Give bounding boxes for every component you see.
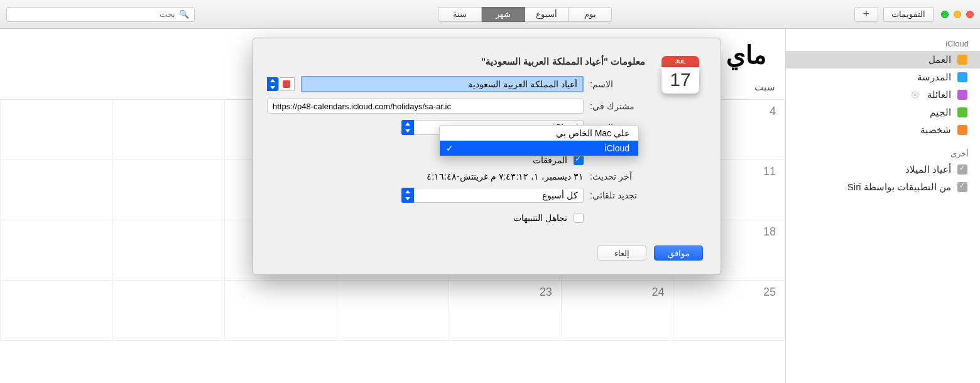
color-picker[interactable] [278, 77, 295, 91]
calendar-color-icon[interactable] [957, 90, 967, 100]
day-cell[interactable] [112, 220, 225, 281]
sidebar-item-gym[interactable]: الجيم [786, 104, 980, 121]
day-cell[interactable] [0, 220, 112, 281]
select-arrows-icon [401, 188, 414, 203]
view-month[interactable]: شهر [481, 7, 525, 22]
sidebar-item-label: المدرسة [917, 72, 951, 83]
calendars-button[interactable]: التقويمات [883, 7, 934, 22]
calendar-color-icon[interactable] [957, 125, 967, 135]
shared-icon: ⦾ [912, 90, 921, 100]
calendar-checkbox[interactable] [957, 165, 967, 175]
autorefresh-label: تجديد تلقائي: [590, 190, 645, 200]
sidebar-item-label: شخصية [920, 124, 951, 136]
close-window[interactable] [966, 11, 974, 18]
search-field[interactable]: 🔍 [6, 7, 195, 22]
color-stepper[interactable] [267, 77, 278, 91]
view-year[interactable]: سنة [438, 7, 482, 22]
sidebar-item-label: من التطبيقات بواسطة Siri [847, 181, 951, 193]
ignore-alerts-label: تجاهل التنبيهات [513, 213, 567, 223]
sidebar-item-siri[interactable]: من التطبيقات بواسطة Siri [786, 178, 980, 196]
calendar-app-icon: JUL 17 [658, 52, 703, 97]
color-swatch-icon [283, 80, 290, 88]
calendar-color-icon[interactable] [957, 55, 967, 65]
sidebar-item-family[interactable]: العائلة⦾ [786, 86, 980, 104]
day-cell[interactable]: 24 [561, 281, 673, 341]
sidebar: iCloud العمل المدرسة العائلة⦾ الجيم شخصي… [785, 29, 980, 383]
search-icon: 🔍 [179, 9, 189, 19]
name-label: الاسم: [590, 79, 645, 89]
remove-attachments-checkbox[interactable] [574, 155, 584, 165]
calendar-info-popover: JUL 17 معلومات "أعياد المملكة العربية ال… [253, 38, 721, 275]
sidebar-item-label: العمل [928, 54, 951, 65]
day-cell[interactable] [112, 100, 225, 160]
day-cell[interactable] [0, 100, 112, 160]
autorefresh-value: كل أسبوع [542, 190, 578, 200]
calendar-color-icon[interactable] [957, 72, 967, 82]
remove-attachments-label: المرفقات [533, 155, 567, 165]
lastupdated-value: ٣١ ديسمبر، ١، ٧:٤٣:١٢ م غرينتش-٤:١٦:٤٨ [427, 171, 584, 181]
sidebar-item-birthdays[interactable]: أعياد الميلاد [786, 161, 980, 178]
ok-button[interactable]: موافق [654, 245, 703, 261]
window-controls [941, 11, 974, 18]
toolbar: التقويمات + يوم أسبوع شهر سنة 🔍 [0, 0, 980, 29]
sidebar-item-label: أعياد الميلاد [905, 164, 951, 175]
subscribed-url-input[interactable] [267, 99, 584, 114]
subscribed-label: مشترك في: [590, 101, 645, 111]
day-cell[interactable] [224, 281, 337, 341]
calendar-icon-day: 17 [662, 67, 699, 94]
minimize-window[interactable] [954, 11, 961, 18]
location-option-mac[interactable]: على Mac الخاص بي [440, 126, 638, 141]
sidebar-item-label: الجيم [930, 107, 951, 118]
day-cell[interactable] [337, 281, 449, 341]
select-arrows-icon [401, 120, 414, 135]
view-segmented: يوم أسبوع شهر سنة [438, 7, 611, 22]
location-option-icloud[interactable]: iCloud [440, 141, 638, 156]
sidebar-item-label: العائلة [927, 89, 951, 100]
cancel-button[interactable]: إلغاء [597, 245, 646, 261]
calendar-checkbox[interactable] [957, 182, 967, 192]
day-cell[interactable] [0, 160, 112, 220]
name-input[interactable] [301, 76, 584, 92]
calendar-color-icon[interactable] [957, 107, 967, 117]
sidebar-item-work[interactable]: العمل [786, 51, 980, 68]
week-row: 252423 [0, 281, 785, 341]
search-input[interactable] [12, 9, 175, 19]
sidebar-item-personal[interactable]: شخصية [786, 121, 980, 139]
lastupdated-label: آخر تحديث: [590, 171, 645, 181]
day-cell[interactable] [0, 281, 112, 341]
month-title: ماي [726, 40, 766, 69]
modal-title: معلومات "أعياد المملكة العربية السعودية" [267, 56, 645, 67]
view-day[interactable]: يوم [568, 7, 612, 22]
day-cell[interactable]: 23 [449, 281, 561, 341]
day-cell[interactable] [112, 160, 225, 220]
autorefresh-select[interactable]: كل أسبوع [401, 188, 584, 203]
day-cell[interactable]: 25 [673, 281, 785, 341]
day-cell[interactable] [112, 281, 225, 341]
sidebar-item-school[interactable]: المدرسة [786, 68, 980, 86]
view-week[interactable]: أسبوع [525, 7, 569, 22]
add-button[interactable]: + [854, 7, 878, 22]
sidebar-group-other: أخرى [786, 145, 980, 161]
zoom-window[interactable] [941, 11, 949, 18]
calendar-icon-month: JUL [662, 56, 699, 67]
location-dropdown: على Mac الخاص بي iCloud [439, 125, 639, 156]
ignore-alerts-checkbox[interactable] [574, 213, 584, 223]
plus-icon: + [863, 8, 870, 21]
sidebar-group-icloud: iCloud [786, 35, 980, 51]
